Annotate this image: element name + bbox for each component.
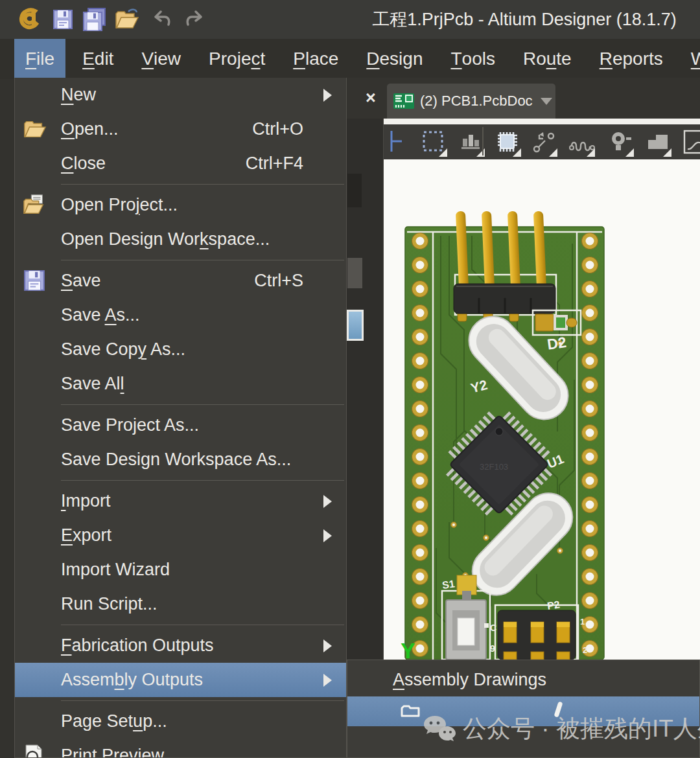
pcb-toolbar — [384, 124, 700, 159]
menu-separator — [15, 477, 346, 484]
file-menu-dropdown: NewOpen...Ctrl+OCloseCtrl+F4Open Project… — [14, 78, 347, 758]
menu-item-new[interactable]: New — [15, 78, 346, 112]
panel-fragment-dark — [347, 174, 362, 207]
menu-edit[interactable]: Edit — [71, 39, 124, 79]
label-1: 1 — [580, 617, 585, 626]
shortcut-label: Ctrl+F4 — [246, 154, 303, 174]
redo-icon[interactable] — [183, 7, 207, 32]
menu-file[interactable]: File — [14, 39, 65, 79]
menu-separator — [15, 257, 346, 264]
pcb-doc-icon — [393, 93, 414, 109]
label-9: 9 — [490, 643, 495, 654]
menu-item-save-copy-as[interactable]: Save Copy As... — [15, 332, 346, 367]
menu-place[interactable]: Place — [282, 39, 349, 79]
menu-window[interactable]: Window — [680, 39, 700, 79]
save-icon — [23, 269, 47, 293]
save-all-icon[interactable] — [82, 7, 106, 32]
menu-item-open-project[interactable]: Open Project... — [15, 188, 346, 222]
submenu-arrow-icon — [323, 674, 332, 687]
menu-view[interactable]: View — [130, 39, 192, 79]
menu-separator — [15, 181, 346, 188]
route-icon[interactable] — [531, 130, 555, 153]
watermark: 公众号 · 被摧残的IT人生 — [423, 713, 700, 745]
title-bar: 工程1.PrjPcb - Altium Designer (18.1.7) — [0, 0, 700, 39]
open-project-icon — [23, 193, 47, 218]
label-c: C — [490, 623, 496, 633]
pad-icon[interactable] — [608, 130, 631, 153]
connector-p2[interactable] — [495, 605, 578, 660]
component-icon[interactable] — [495, 130, 519, 153]
close-document-button[interactable]: × — [360, 87, 382, 109]
menu-item-run-script[interactable]: Run Script... — [15, 587, 346, 621]
menu-item-export[interactable]: Export — [15, 518, 346, 553]
menu-item-save[interactable]: SaveCtrl+S — [15, 264, 346, 298]
menu-item-import[interactable]: Import — [15, 484, 346, 518]
undo-icon[interactable] — [150, 7, 175, 32]
menu-separator — [15, 697, 346, 704]
altium-logo-icon — [18, 7, 43, 32]
submenu-item-assembly-drawings[interactable]: Assembly Drawings — [347, 663, 699, 696]
panel-color-swatch[interactable] — [347, 310, 364, 341]
menu-item-assembly-outputs[interactable]: Assembly Outputs — [15, 663, 346, 697]
toolbar-separator — [482, 127, 484, 155]
chevron-down-icon[interactable] — [541, 98, 552, 105]
menu-reports[interactable]: Reports — [589, 39, 674, 79]
svg-text:32F103: 32F103 — [480, 462, 508, 472]
watermark-text: 公众号 · 被摧残的IT人生 — [463, 713, 700, 745]
selection-rect-icon[interactable] — [421, 130, 445, 153]
label-s1: S1 — [441, 578, 456, 591]
document-tab-label: (2) PCB1.PcbDoc — [420, 93, 533, 109]
panel-fragment-grey — [347, 258, 362, 288]
submenu-arrow-icon — [323, 639, 332, 652]
canvas-top-edge — [384, 119, 700, 124]
meander-icon[interactable] — [569, 130, 592, 153]
open-folder-icon[interactable] — [114, 7, 139, 32]
save-icon[interactable] — [52, 7, 76, 32]
pcb-canvas[interactable]: D2 Y2 32F103 — [384, 159, 700, 660]
silk-mark — [484, 623, 489, 628]
menu-item-open[interactable]: Open...Ctrl+O — [15, 112, 346, 146]
label-2: 2 — [583, 645, 587, 655]
origin-tool-icon[interactable] — [385, 130, 408, 153]
open-folder-icon — [23, 117, 47, 142]
print-preview-icon — [23, 744, 47, 758]
menu-item-close[interactable]: CloseCtrl+F4 — [15, 146, 346, 181]
panel-edge-strip — [347, 119, 384, 660]
axis-y-marker: Y — [401, 638, 415, 660]
menu-item-save-as[interactable]: Save As... — [15, 298, 346, 332]
window-title: 工程1.PrjPcb - Altium Designer (18.1.7) — [350, 0, 699, 39]
shortcut-label: Ctrl+O — [252, 119, 303, 139]
shortcut-label: Ctrl+S — [254, 271, 303, 291]
menu-project[interactable]: Project — [198, 39, 276, 79]
menu-item-import-wizard[interactable]: Import Wizard — [15, 553, 346, 587]
document-tab-bar: × (2) PCB1.PcbDoc — [347, 78, 700, 119]
wechat-icon — [423, 715, 456, 743]
menu-tools[interactable]: Tools — [439, 39, 506, 79]
menu-item-fabrication-outputs[interactable]: Fabrication Outputs — [15, 628, 346, 663]
label-d2: D2 — [546, 334, 568, 353]
bar-chart-icon[interactable] — [459, 130, 482, 153]
altium-designer-window: 工程1.PrjPcb - Altium Designer (18.1.7) Fi… — [0, 0, 700, 758]
menu-design[interactable]: Design — [355, 39, 434, 79]
submenu-arrow-icon — [323, 89, 332, 102]
submenu-arrow-icon — [323, 529, 332, 542]
folder-doodle-icon — [399, 703, 421, 724]
polygon-icon[interactable] — [646, 130, 669, 153]
arc-tool-icon[interactable] — [683, 130, 700, 153]
pcb-board[interactable]: D2 Y2 32F103 — [405, 211, 604, 660]
menu-separator — [15, 621, 346, 628]
document-tab-pcb1[interactable]: (2) PCB1.PcbDoc — [387, 84, 555, 119]
menu-item-page-setup[interactable]: Page Setup... — [15, 704, 346, 739]
menu-item-save-all[interactable]: Save All — [15, 367, 346, 401]
label-p2: P2 — [546, 599, 561, 612]
menu-item-save-project-as[interactable]: Save Project As... — [15, 408, 346, 442]
submenu-arrow-icon — [323, 495, 332, 508]
menu-route[interactable]: Route — [512, 39, 583, 79]
menu-item-print-preview[interactable]: Print Preview — [15, 739, 346, 758]
menu-item-save-design-workspace-as[interactable]: Save Design Workspace As... — [15, 442, 346, 477]
menu-bar: FileEditViewProjectPlaceDesignToolsRoute… — [0, 39, 700, 79]
menu-separator — [15, 401, 346, 408]
menu-item-open-design-workspace[interactable]: Open Design Workspace... — [15, 222, 346, 257]
